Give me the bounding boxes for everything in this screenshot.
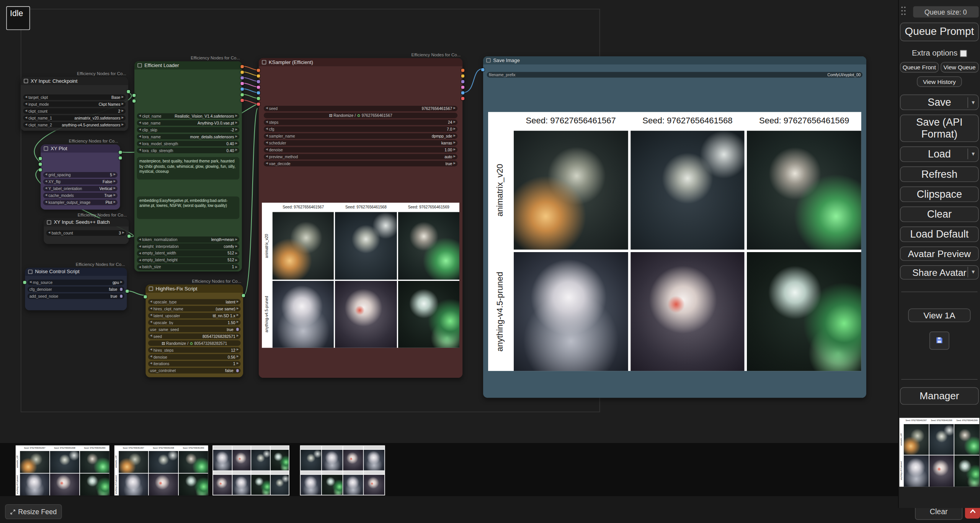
decrement-arrow[interactable]: ◀ — [266, 121, 268, 123]
input-slot[interactable] — [23, 281, 26, 284]
increment-arrow[interactable]: ▶ — [235, 128, 238, 131]
increment-arrow[interactable]: ▶ — [113, 180, 116, 183]
input-slot[interactable] — [257, 69, 260, 72]
decrement-arrow[interactable]: ◀ — [150, 362, 152, 365]
feed-thumbnail[interactable]: Seed: 97627656461567 Seed: 9762765646156… — [16, 445, 109, 495]
input-slot[interactable] — [39, 168, 42, 171]
widget-row[interactable]: ◀ denoise 1.00 ▶ ⚄/♻ — [264, 147, 457, 153]
decrement-arrow[interactable]: ◀ — [139, 135, 141, 138]
increment-arrow[interactable]: ▶ — [237, 300, 239, 303]
widget-row[interactable]: ◀ grid_spacing 5 ▶ ⚄/♻ — [43, 172, 118, 178]
decrement-arrow[interactable]: ◀ — [150, 321, 152, 324]
node-efficient-loader[interactable]: Efficiency Nodes for Co... Efficient Loa… — [134, 61, 242, 272]
save-dropdown-arrow[interactable]: ▼ — [967, 97, 977, 108]
widget-row[interactable]: ◀ lora_model_strength 0.40 ▶ ⚄/♻ — [137, 141, 240, 147]
output-slot[interactable] — [127, 234, 131, 238]
widget-row[interactable]: ◀ ckpt_name Realistic_Vision_V1.4.safete… — [137, 113, 240, 119]
collapse-icon[interactable] — [47, 220, 51, 225]
increment-arrow[interactable]: ▶ — [237, 362, 239, 365]
node-title-bar[interactable]: XY Plot — [41, 144, 120, 152]
decrement-arrow[interactable]: ◀ — [45, 180, 47, 183]
increment-arrow[interactable]: ▶ — [235, 245, 238, 248]
increment-arrow[interactable]: ▶ — [235, 149, 238, 152]
node-title-bar[interactable]: Efficient Loader — [134, 61, 242, 69]
increment-arrow[interactable]: ▶ — [237, 307, 239, 310]
widget-row[interactable]: ◀ ckpt_count 2 ▶ ⚄/♻ — [23, 108, 126, 114]
node-title-bar[interactable]: XY Input: Checkpoint — [21, 77, 128, 85]
widget-row[interactable]: ◀ empty_latent_height 512 ▶ ⚄/♻ — [137, 257, 240, 263]
node-title-bar[interactable]: Noise Control Script — [25, 268, 127, 276]
widget-row[interactable]: ◀ target_ckpt Base ▶ ⚄/♻ — [23, 94, 126, 100]
collapse-icon[interactable] — [28, 270, 32, 274]
widget-row[interactable]: ◀ iterations 1 ▶ ⚄/♻ — [148, 361, 241, 367]
collapse-icon[interactable] — [486, 58, 490, 62]
increment-arrow[interactable]: ▶ — [237, 314, 239, 317]
view-1a-button[interactable]: View 1A — [908, 308, 970, 322]
widget-row[interactable]: ◀ lora_clip_strength 0.40 ▶ ⚄/♻ — [137, 147, 240, 153]
widget-row[interactable]: ◀ upscale_type latent ▶ ⚄/♻ — [148, 299, 241, 305]
node-save-image[interactable]: Save Image ◀ filename_prefix ComfyUI/xyp… — [483, 56, 866, 398]
view-queue-button[interactable]: View Queue — [940, 62, 978, 73]
refresh-button[interactable]: Refresh — [900, 166, 979, 182]
increment-arrow[interactable]: ▶ — [237, 321, 239, 324]
decrement-arrow[interactable]: ◀ — [150, 307, 152, 310]
increment-arrow[interactable]: ▶ — [235, 266, 238, 268]
widget-row[interactable]: ◀ latent_upscaler ttl_nn.SD 1.x ▶ ⚄/♻ — [148, 313, 241, 319]
decrement-arrow[interactable]: ◀ — [25, 96, 27, 98]
decrement-arrow[interactable]: ◀ — [150, 334, 152, 337]
decrement-arrow[interactable]: ◀ — [25, 110, 27, 112]
save-avatar-floppy-button[interactable] — [929, 331, 949, 349]
node-highres-fix-script[interactable]: Efficiency Nodes for Co... HighRes-Fix S… — [145, 285, 243, 377]
menu-drag-handle[interactable] — [901, 6, 906, 16]
widget-row[interactable]: ◀ weight_interpretation comfy ▶ ⚄/♻ — [137, 243, 240, 249]
output-slot[interactable] — [241, 76, 244, 79]
decrement-arrow[interactable]: ◀ — [150, 300, 152, 303]
widget-row[interactable]: ◀ hires_ckpt_name (use same) ▶ ⚄/♻ — [148, 306, 241, 312]
increment-arrow[interactable]: ▶ — [454, 148, 456, 151]
increment-arrow[interactable]: ▶ — [235, 259, 238, 261]
increment-arrow[interactable]: ▶ — [454, 162, 456, 165]
increment-arrow[interactable]: ▶ — [454, 141, 456, 144]
widget-row[interactable]: ◀ ▶ ⚄Randomize/♻805473268282571 — [148, 340, 241, 346]
save-api-format-button[interactable]: Save (API Format) — [900, 115, 979, 142]
widget-row[interactable]: ◀ cache_models True ▶ ⚄/♻ — [43, 192, 118, 198]
increment-arrow[interactable]: ▶ — [235, 238, 238, 241]
increment-arrow[interactable]: ▶ — [454, 155, 456, 158]
decrement-arrow[interactable]: ◀ — [25, 123, 27, 126]
output-slot[interactable] — [461, 69, 464, 72]
output-slot[interactable] — [119, 151, 122, 154]
output-slot[interactable] — [241, 99, 244, 102]
widget-row[interactable]: ◀ vae_name Anything-V3.0.vae.pt ▶ ⚄/♻ — [137, 120, 240, 126]
widget-row[interactable]: ◀ input_mode Ckpt Names ▶ ⚄/♻ — [23, 101, 126, 107]
increment-arrow[interactable]: ▶ — [113, 173, 116, 176]
load-button[interactable]: Load ▼ — [900, 146, 979, 162]
save-button[interactable]: Save ▼ — [900, 95, 979, 110]
widget-row[interactable]: ◀ use_controlnet false ▶ ⚄/♻ — [148, 367, 241, 374]
output-slot[interactable] — [241, 70, 244, 74]
decrement-arrow[interactable]: ◀ — [139, 259, 141, 261]
decrement-arrow[interactable]: ◀ — [139, 245, 141, 248]
widget-row[interactable]: ◀ batch_count 3 ▶ ⚄/♻ — [46, 230, 126, 236]
decrement-arrow[interactable]: ◀ — [139, 149, 141, 152]
node-xy-input-checkpoint[interactable]: Efficiency Nodes for Co... XY Input: Che… — [21, 77, 128, 131]
widget-row[interactable]: ◀ use_same_seed true ▶ ⚄/♻ — [148, 326, 241, 332]
increment-arrow[interactable]: ▶ — [113, 187, 116, 190]
increment-arrow[interactable]: ▶ — [113, 194, 116, 197]
negative-prompt-textarea[interactable]: embedding:EasyNegative.pt, embedding:bad… — [137, 197, 240, 219]
collapse-icon[interactable] — [24, 79, 28, 83]
resize-feed-button[interactable]: Resize Feed — [5, 504, 62, 519]
increment-arrow[interactable]: ▶ — [237, 334, 239, 337]
view-history-button[interactable]: View History — [917, 76, 962, 87]
increment-arrow[interactable]: ▶ — [235, 252, 238, 254]
increment-arrow[interactable]: ▶ — [454, 128, 456, 130]
extra-options-checkbox[interactable] — [960, 50, 967, 57]
collapse-icon[interactable] — [44, 146, 48, 151]
widget-row[interactable]: ◀ seed 97627656461567 ▶ ⚄/♻ — [264, 105, 457, 111]
clear-button[interactable]: Clear — [900, 207, 979, 222]
output-slot[interactable] — [241, 93, 244, 96]
toggle-dot[interactable] — [120, 295, 122, 297]
output-slot[interactable] — [461, 97, 464, 100]
increment-arrow[interactable]: ▶ — [122, 103, 124, 105]
decrement-arrow[interactable]: ◀ — [266, 128, 268, 130]
increment-arrow[interactable]: ▶ — [120, 281, 122, 284]
